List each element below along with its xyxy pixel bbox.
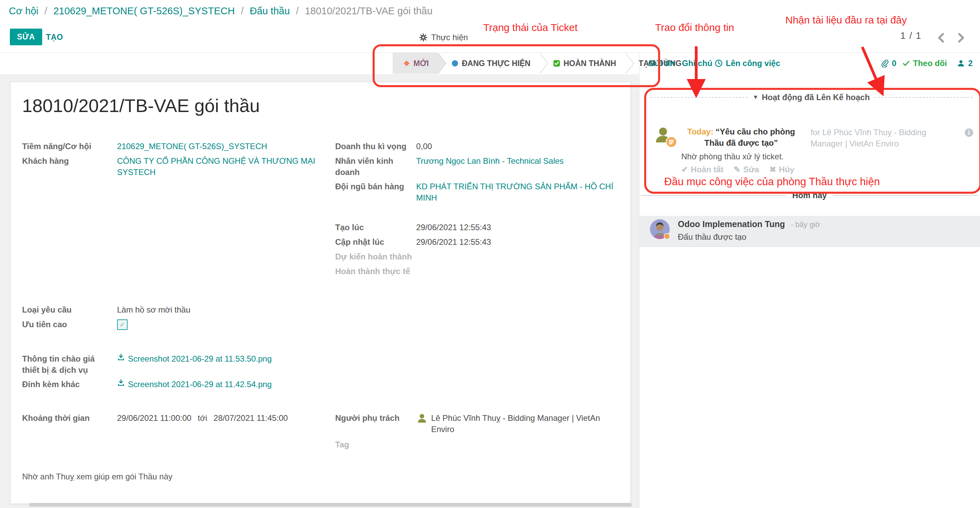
action-menu-label: Thực hiện	[431, 33, 468, 42]
breadcrumb-separator: /	[237, 5, 247, 16]
message-avatar	[650, 219, 670, 239]
attachments-button[interactable]: 0	[881, 53, 896, 74]
updated-on-value: 29/06/2021 12:55:43	[416, 236, 491, 247]
request-type-value: Làm hồ sơ mời thầu	[117, 304, 191, 315]
burst-icon	[403, 60, 410, 67]
customer-link[interactable]: CÔNG TY CỔ PHẦN CÔNG NGHỆ VÀ THƯƠNG MẠI …	[117, 155, 325, 178]
stage-in-progress[interactable]: ĐANG THỰC HIỆN	[438, 53, 539, 74]
breadcrumb-separator: /	[293, 5, 302, 16]
expected-revenue-value: 0,00	[416, 141, 432, 152]
activity-summary[interactable]: Today: “Yêu cầu cho phòng Thầu đã được t…	[681, 126, 801, 148]
quote-attachment-link[interactable]: Screenshot 2021-06-29 at 11.53.50.png	[117, 353, 272, 364]
sales-team-link[interactable]: KD PHÁT TRIỂN THỊ TRƯỜNG SẢN PHẨM - HỒ C…	[416, 181, 624, 203]
period-to-word: tới	[198, 413, 207, 422]
breadcrumb-current: 18010/2021/TB-VAE gói thầu	[305, 5, 433, 16]
dashed-line	[875, 97, 972, 98]
breadcrumb-link-opportunity[interactable]: 210629_METONE( GT-526S)_SYSTECH	[53, 5, 235, 16]
activity-note: Nhờ phòng thầu xử lý ticket.	[681, 152, 784, 161]
field-row-salesperson: Nhân viên kinh doanh Trương Ngọc Lan Bìn…	[335, 155, 624, 178]
field-row-expected-done: Dự kiến hoàn thành	[335, 251, 624, 263]
activity-summary-text: “Yêu cầu cho phòng Thầu đã được tạo”	[705, 127, 795, 147]
message-author[interactable]: Odoo Implemenation Tung - bây giờ	[678, 219, 820, 229]
send-message-label: Gửi tin	[648, 59, 675, 68]
opportunity-link[interactable]: 210629_METONE( GT-526S)_SYSTECH	[117, 141, 267, 152]
breadcrumb-separator: /	[41, 5, 51, 16]
globe-icon	[451, 60, 459, 67]
field-row-other-attachment: Đính kèm khác Screenshot 2021-06-29 at 1…	[22, 379, 325, 390]
followers-button[interactable]: 2	[957, 53, 972, 74]
record-note: Nhờ anh Thuỵ xem giúp em gói Thầu này	[22, 472, 172, 481]
send-message-button[interactable]: Gửi tin	[648, 53, 675, 74]
create-button[interactable]: TẠO	[46, 33, 63, 42]
pager-previous-button[interactable]	[936, 32, 947, 44]
created-on-value: 29/06/2021 12:55:43	[416, 221, 491, 233]
annotation-status-label: Trạng thái của Ticket	[483, 22, 578, 33]
separator-line	[833, 195, 978, 196]
stage-done[interactable]: HOÀN THÀNH	[539, 53, 625, 74]
assignee-value[interactable]: Lê Phúc Vĩnh Thuỵ - Bidding Manager | Vi…	[416, 412, 622, 435]
activity-cancel-label: Hủy	[779, 165, 794, 174]
field-row-sales-team: Đội ngũ bán hàng KD PHÁT TRIỂN THỊ TRƯỜN…	[335, 181, 624, 203]
field-label: Hoàn thành thực tế	[335, 266, 416, 277]
breadcrumb-link-bidding[interactable]: Đấu thầu	[250, 5, 290, 16]
pager-next-button[interactable]	[955, 32, 966, 44]
field-row-expected-revenue: Doanh thu kì vọng 0,00	[335, 141, 624, 152]
field-row-opportunity: Tiềm năng/Cơ hội 210629_METONE( GT-526S)…	[22, 141, 325, 152]
info-icon[interactable]	[964, 128, 974, 137]
stage-check-icon	[553, 60, 560, 67]
schedule-activity-button[interactable]: Lên công việc	[714, 53, 780, 74]
field-row-updated: Cập nhật lúc 29/06/2021 12:55:43	[335, 236, 624, 248]
cross-icon: ✖	[769, 165, 776, 174]
activity-edit-button[interactable]: ✎ Sửa	[733, 165, 759, 174]
message-timestamp: - bây giờ	[791, 220, 821, 229]
activity-type-badge-icon	[666, 136, 677, 148]
field-row-request-type: Loại yêu cầu Làm hồ sơ mời thầu	[22, 304, 325, 315]
day-separator: Hôm nay	[639, 191, 980, 200]
activity-cancel-button[interactable]: ✖ Hủy	[769, 165, 794, 174]
log-note-button[interactable]: Ghi chú	[682, 53, 712, 74]
field-label: Khách hàng	[22, 155, 117, 167]
pager-counter: 1 / 1	[900, 31, 922, 41]
follow-label: Theo dõi	[913, 59, 947, 68]
edit-button[interactable]: SỬA	[10, 29, 42, 45]
chatter-vertical-divider	[639, 53, 640, 74]
stage-label: MỚI	[414, 59, 429, 68]
stage-new[interactable]: MỚI	[393, 53, 438, 74]
activity-done-button[interactable]: ✔ Hoàn tất	[681, 165, 724, 174]
group-period: Khoảng thời gian 29/06/2021 11:00:00 tới…	[22, 412, 325, 427]
group-assignee: Người phụ trách Lê Phúc Vĩnh Thuỵ - Bidd…	[335, 412, 624, 454]
assignee-avatar	[416, 412, 428, 424]
form-sheet: 18010/2021/TB-VAE gói thầu Tiềm năng/Cơ …	[10, 82, 631, 504]
field-label: Người phụ trách	[335, 412, 416, 424]
high-priority-checkbox[interactable]: ✓	[117, 319, 127, 330]
group-dates: Tạo lúc 29/06/2021 12:55:43 Cập nhật lúc…	[335, 221, 624, 280]
activity-actions: ✔ Hoàn tất ✎ Sửa ✖ Hủy	[681, 165, 794, 174]
clock-icon	[714, 59, 723, 67]
activity-assigned-to: for Lê Phúc Vĩnh Thuỵ - Bidding Manager …	[811, 127, 953, 149]
message-author-name: Odoo Implemenation Tung	[678, 219, 785, 229]
breadcrumb-link-opportunities[interactable]: Cơ hội	[9, 5, 38, 16]
field-label: Dự kiến hoàn thành	[335, 251, 416, 262]
other-attachment-link[interactable]: Screenshot 2021-06-29 at 11.42.54.png	[117, 379, 272, 390]
salesperson-link[interactable]: Trương Ngọc Lan Bình - Technical Sales	[416, 155, 563, 167]
planned-activities-header[interactable]: ▼ Hoạt động đã Lên Kế hoạch	[650, 92, 972, 102]
annotation-output-label: Nhận tài liệu đầu ra tại đây	[785, 14, 907, 26]
log-note-label: Ghi chú	[682, 59, 712, 68]
group-attachments: Thông tin chào giá thiết bị & dịch vụ Sc…	[22, 353, 325, 393]
planned-activities-title: Hoạt động đã Lên Kế hoạch	[762, 92, 870, 102]
attachment-filename: Screenshot 2021-06-29 at 11.53.50.png	[128, 353, 272, 364]
follow-button[interactable]: Theo dõi	[902, 53, 947, 74]
action-menu-button[interactable]: Thực hiện	[419, 33, 468, 42]
gear-icon	[419, 33, 428, 42]
record-title: 18010/2021/TB-VAE gói thầu	[22, 95, 260, 116]
field-label: Tag	[335, 439, 416, 450]
attachment-count: 0	[892, 59, 896, 68]
horizontal-scrollbar[interactable]	[29, 503, 632, 506]
user-icon	[957, 59, 965, 67]
day-separator-label: Hôm nay	[792, 191, 827, 200]
field-label: Đội ngũ bán hàng	[335, 181, 416, 192]
period-start: 29/06/2021 11:00:00	[117, 413, 191, 422]
check-icon: ✔	[681, 165, 688, 174]
stage-label: ĐANG THỰC HIỆN	[462, 59, 530, 68]
dashed-line	[650, 97, 748, 98]
